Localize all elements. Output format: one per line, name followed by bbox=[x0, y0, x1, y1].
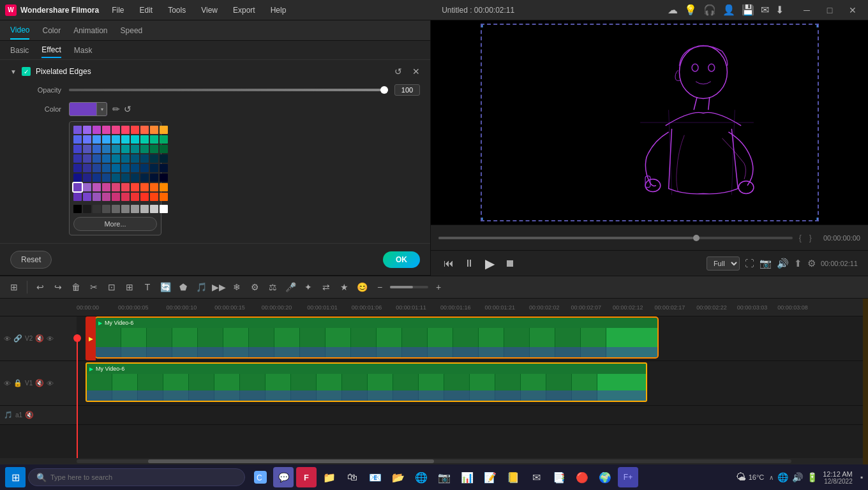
toolbar-scenes-icon[interactable]: ⊞ bbox=[6, 279, 22, 295]
play-button[interactable]: ▶ bbox=[482, 256, 497, 271]
search-bar[interactable]: 🔍 bbox=[28, 468, 245, 486]
palette-cell-16[interactable] bbox=[131, 135, 139, 144]
toolbar-ai-icon[interactable]: ✦ bbox=[301, 279, 316, 295]
palette-cell-74[interactable] bbox=[112, 193, 120, 201]
palette-cell-7[interactable] bbox=[140, 126, 149, 134]
palette-cell-75[interactable] bbox=[121, 193, 130, 201]
palette-cell-23[interactable] bbox=[102, 145, 110, 153]
tray-chevron[interactable]: ∧ bbox=[769, 474, 774, 481]
palette-cell-78[interactable] bbox=[150, 193, 158, 201]
palette-cell-22[interactable] bbox=[93, 145, 101, 153]
palette-cell-6[interactable] bbox=[131, 126, 139, 134]
taskbar-app-instagram[interactable]: 📷 bbox=[434, 467, 454, 487]
palette-cell-41[interactable] bbox=[83, 164, 91, 172]
palette-cell-8[interactable] bbox=[150, 126, 158, 134]
effect-reset-icon[interactable]: ↺ bbox=[394, 66, 402, 77]
track-v1-visibility-icon[interactable]: 👁 bbox=[47, 380, 54, 387]
palette-cell-67[interactable] bbox=[140, 183, 149, 191]
toolbar-freeze-icon[interactable]: ❄ bbox=[229, 279, 244, 295]
gray-cell-1[interactable] bbox=[83, 205, 91, 213]
gray-cell-0[interactable] bbox=[73, 205, 82, 213]
gray-cell-5[interactable] bbox=[121, 205, 130, 213]
palette-cell-18[interactable] bbox=[150, 135, 158, 144]
toolbar-mic-icon[interactable]: 🎤 bbox=[283, 279, 298, 295]
palette-cell-76[interactable] bbox=[131, 193, 139, 201]
taskbar-app-chat[interactable]: 💬 bbox=[273, 467, 294, 487]
subtab-effect[interactable]: Effect bbox=[41, 43, 61, 58]
palette-cell-33[interactable] bbox=[102, 154, 110, 163]
taskbar-app-edge[interactable]: 🌐 bbox=[411, 467, 431, 487]
tab-animation[interactable]: Animation bbox=[73, 22, 107, 39]
effect-close-icon[interactable]: ✕ bbox=[412, 66, 420, 77]
palette-cell-38[interactable] bbox=[150, 154, 158, 163]
palette-cell-9[interactable] bbox=[160, 126, 168, 134]
fullscreen-icon[interactable]: ⛶ bbox=[745, 258, 754, 269]
tab-color[interactable]: Color bbox=[42, 22, 61, 39]
minimize-button[interactable]: ─ bbox=[797, 4, 817, 17]
toolbar-text-icon[interactable]: T bbox=[140, 279, 155, 295]
palette-cell-10[interactable] bbox=[73, 135, 82, 144]
gray-cell-7[interactable] bbox=[140, 205, 149, 213]
taskbar-app-mail[interactable]: 📧 bbox=[365, 467, 385, 487]
taskbar-app-copilot[interactable]: C bbox=[250, 467, 271, 487]
track-v1-eye-icon[interactable]: 👁 bbox=[4, 380, 11, 387]
palette-cell-46[interactable] bbox=[131, 164, 139, 172]
palette-cell-27[interactable] bbox=[140, 145, 149, 153]
screenshot-icon[interactable]: 📷 bbox=[760, 258, 772, 269]
palette-cell-65[interactable] bbox=[121, 183, 130, 191]
palette-cell-79[interactable] bbox=[160, 193, 168, 201]
palette-cell-1[interactable] bbox=[83, 126, 91, 134]
system-time[interactable]: 12:12 AM 12/8/2022 bbox=[823, 470, 852, 485]
palette-cell-37[interactable] bbox=[140, 154, 149, 163]
palette-cell-68[interactable] bbox=[150, 183, 158, 191]
bracket-right[interactable]: } bbox=[809, 234, 812, 242]
gray-cell-9[interactable] bbox=[160, 205, 168, 213]
taskbar-app-chrome[interactable]: 🌍 bbox=[595, 467, 615, 487]
toolbar-zoom-in-icon[interactable]: + bbox=[431, 279, 446, 295]
toolbar-color-icon[interactable]: ⬟ bbox=[176, 279, 191, 295]
save-icon[interactable]: 💾 bbox=[742, 4, 754, 16]
scroll-track[interactable] bbox=[77, 459, 791, 463]
palette-cell-66[interactable] bbox=[131, 183, 139, 191]
menu-file[interactable]: File bbox=[109, 3, 126, 17]
search-input[interactable] bbox=[50, 473, 237, 481]
palette-cell-0[interactable] bbox=[73, 126, 82, 134]
gray-cell-8[interactable] bbox=[150, 205, 158, 213]
palette-cell-44[interactable] bbox=[112, 164, 120, 172]
step-back-button[interactable]: ⏮ bbox=[441, 256, 456, 271]
palette-cell-24[interactable] bbox=[112, 145, 120, 153]
palette-cell-11[interactable] bbox=[83, 135, 91, 144]
ok-button[interactable]: OK bbox=[383, 251, 420, 268]
track-v1-lock-icon[interactable]: 🔒 bbox=[13, 379, 22, 387]
palette-cell-39[interactable] bbox=[160, 154, 168, 163]
palette-cell-77[interactable] bbox=[140, 193, 149, 201]
toolbar-speed-icon[interactable]: ▶▶ bbox=[211, 279, 227, 295]
color-swatch-button[interactable]: ▾ bbox=[69, 102, 107, 116]
palette-cell-63[interactable] bbox=[102, 183, 110, 191]
palette-cell-60[interactable] bbox=[73, 183, 82, 191]
timeline-right-edge-handle[interactable] bbox=[863, 299, 868, 464]
tray-network-icon[interactable]: 🌐 bbox=[777, 472, 788, 482]
toolbar-transform-icon[interactable]: ⊞ bbox=[122, 279, 137, 295]
palette-cell-5[interactable] bbox=[121, 126, 130, 134]
palette-cell-61[interactable] bbox=[83, 183, 91, 191]
palette-cell-58[interactable] bbox=[150, 174, 158, 182]
menu-help[interactable]: Help bbox=[268, 3, 289, 17]
palette-cell-53[interactable] bbox=[102, 174, 110, 182]
color-dropdown-arrow[interactable]: ▾ bbox=[96, 102, 107, 116]
headphone-icon[interactable]: 🎧 bbox=[703, 4, 716, 16]
resolution-select[interactable]: Full1/21/4 bbox=[707, 256, 740, 271]
track-v1-mute-icon[interactable]: 🔇 bbox=[35, 379, 44, 387]
gray-cell-3[interactable] bbox=[102, 205, 110, 213]
palette-cell-54[interactable] bbox=[112, 174, 120, 182]
subtab-basic[interactable]: Basic bbox=[10, 43, 29, 57]
bulb-icon[interactable]: 💡 bbox=[684, 4, 697, 16]
palette-cell-30[interactable] bbox=[73, 154, 82, 163]
track-v2-eye-icon[interactable]: 👁 bbox=[4, 335, 11, 343]
gray-cell-6[interactable] bbox=[131, 205, 139, 213]
toolbar-rotate-icon[interactable]: 🔄 bbox=[158, 279, 173, 295]
palette-cell-26[interactable] bbox=[131, 145, 139, 153]
effect-checkbox[interactable]: ✓ bbox=[22, 67, 31, 76]
eyedropper-button[interactable]: ✏ bbox=[112, 104, 120, 114]
palette-cell-73[interactable] bbox=[102, 193, 110, 201]
